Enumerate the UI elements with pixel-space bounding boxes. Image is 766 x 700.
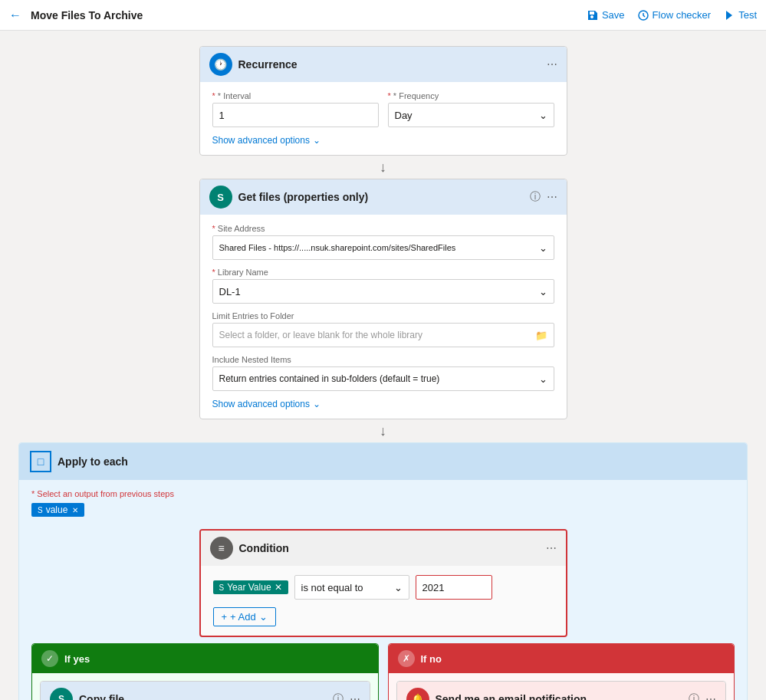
get-files-title: Get files (properties only) xyxy=(238,191,524,203)
apply-each-section: □ Apply to each * Select an output from … xyxy=(18,442,748,700)
get-files-header: S Get files (properties only) ⓘ ⋯ xyxy=(200,179,567,215)
apply-each-body: * Select an output from previous steps S… xyxy=(19,480,747,700)
get-files-body: * Site Address Shared Files - https://..… xyxy=(200,215,567,419)
year-tag-close[interactable]: ✕ xyxy=(275,582,282,593)
condition-more-button[interactable]: ⋯ xyxy=(546,542,557,554)
copy-file-icon: S xyxy=(50,688,73,700)
limit-entries-group: Limit Entries to Folder Select a folder,… xyxy=(212,311,554,347)
limit-entries-label: Limit Entries to Folder xyxy=(212,311,554,320)
year-value-tag: S Year Value ✕ xyxy=(213,580,288,594)
email-info-icon[interactable]: ⓘ xyxy=(689,692,699,700)
nested-items-row: Include Nested Items Return entries cont… xyxy=(212,355,554,391)
get-files-card: S Get files (properties only) ⓘ ⋯ * Site… xyxy=(199,179,567,419)
save-icon xyxy=(587,9,599,21)
email-title: Send me an email notification xyxy=(436,693,683,700)
get-files-info-icon[interactable]: ⓘ xyxy=(530,190,541,204)
limit-entries-placeholder: Select a folder, or leave blank for the … xyxy=(219,330,422,340)
copy-file-header: S Copy file ⓘ ⋯ xyxy=(41,682,370,700)
get-files-advanced-chevron-icon: ⌄ xyxy=(313,399,321,409)
interval-input[interactable] xyxy=(212,103,379,127)
nested-items-select[interactable]: Return entries contained in sub-folders … xyxy=(212,366,554,391)
library-value: DL-1 xyxy=(219,286,241,297)
library-label: * Library Name xyxy=(212,268,554,277)
site-address-row: * Site Address Shared Files - https://..… xyxy=(212,224,554,260)
nested-items-group: Include Nested Items Return entries cont… xyxy=(212,355,554,391)
flow-canvas: 🕐 Recurrence ⋯ * * Interval * * Frequenc… xyxy=(0,31,766,700)
operator-select[interactable]: is not equal to ⌄ xyxy=(294,575,409,600)
test-button[interactable]: Test xyxy=(723,9,757,21)
copy-file-info-icon[interactable]: ⓘ xyxy=(333,692,344,700)
apply-each-icon: □ xyxy=(30,451,51,472)
yes-icon: ✓ xyxy=(41,650,58,667)
apply-each-title: Apply to each xyxy=(58,455,128,468)
add-chevron-icon: ⌄ xyxy=(259,611,268,623)
page-title: Move Files To Archive xyxy=(31,9,580,21)
limit-entries-folder-icon: 📁 xyxy=(535,330,547,341)
frequency-label: * * Frequency xyxy=(388,91,554,100)
recurrence-body: * * Interval * * Frequency Day ⌄ Show ad… xyxy=(200,82,567,155)
get-files-show-advanced[interactable]: Show advanced options ⌄ xyxy=(212,399,554,409)
email-actions: ⓘ ⋯ xyxy=(689,692,716,700)
if-yes-branch: ✓ If yes S Copy file ⓘ ⋯ xyxy=(31,643,379,700)
nested-items-label: Include Nested Items xyxy=(212,355,554,364)
condition-body: S Year Value ✕ is not equal to ⌄ + + Add xyxy=(201,566,566,636)
recurrence-header: 🕐 Recurrence ⋯ xyxy=(200,47,567,82)
condition-icon: ≡ xyxy=(210,537,233,560)
condition-row: S Year Value ✕ is not equal to ⌄ xyxy=(213,575,554,600)
site-address-chevron-icon: ⌄ xyxy=(539,242,547,254)
add-icon: + xyxy=(222,611,228,623)
recurrence-card: 🕐 Recurrence ⋯ * * Interval * * Frequenc… xyxy=(199,46,567,156)
test-icon xyxy=(723,9,735,21)
site-address-label: * Site Address xyxy=(212,224,554,233)
if-yes-body: S Copy file ⓘ ⋯ * Current Site Address xyxy=(32,673,378,700)
interval-group: * * Interval xyxy=(212,91,379,127)
output-tags-row: S value ✕ xyxy=(31,503,735,517)
apply-each-header: □ Apply to each xyxy=(19,443,747,480)
copy-file-title: Copy file xyxy=(79,693,327,700)
connector-1: ↓ xyxy=(15,156,751,179)
frequency-group: * * Frequency Day ⌄ xyxy=(388,91,554,127)
no-icon: ✗ xyxy=(398,650,415,667)
if-no-body: 🔔 Send me an email notification ⓘ ⋯ * Su… xyxy=(389,673,735,700)
frequency-chevron-icon: ⌄ xyxy=(539,110,547,121)
recurrence-more-button[interactable]: ⋯ xyxy=(547,58,557,71)
get-files-more-button[interactable]: ⋯ xyxy=(547,191,557,203)
back-button[interactable]: ← xyxy=(9,8,21,22)
copy-file-more-button[interactable]: ⋯ xyxy=(350,693,360,700)
if-no-title: If no xyxy=(421,653,442,665)
site-address-group: * Site Address Shared Files - https://..… xyxy=(212,224,554,260)
library-chevron-icon: ⌄ xyxy=(539,286,547,297)
get-files-icon: S xyxy=(209,186,232,209)
site-address-select[interactable]: Shared Files - https://.....nsuk.sharepo… xyxy=(212,235,554,260)
connector-2: ↓ xyxy=(15,419,751,442)
frequency-select[interactable]: Day ⌄ xyxy=(388,103,554,127)
add-condition-button[interactable]: + + Add ⌄ xyxy=(213,607,276,626)
email-header: 🔔 Send me an email notification ⓘ ⋯ xyxy=(397,682,726,700)
flow-checker-button[interactable]: Flow checker xyxy=(637,9,712,21)
condition-actions: ⋯ xyxy=(546,542,557,554)
library-select[interactable]: DL-1 ⌄ xyxy=(212,279,554,304)
nested-items-chevron-icon: ⌄ xyxy=(539,373,547,385)
library-row: * Library Name DL-1 ⌄ xyxy=(212,268,554,304)
save-button[interactable]: Save xyxy=(587,9,625,21)
value-tag: S value ✕ xyxy=(31,503,84,517)
recurrence-show-advanced[interactable]: Show advanced options ⌄ xyxy=(212,135,554,146)
condition-value-input[interactable] xyxy=(416,575,492,600)
email-more-button[interactable]: ⋯ xyxy=(705,693,716,700)
operator-chevron-icon: ⌄ xyxy=(394,582,403,593)
limit-entries-select[interactable]: Select a folder, or leave blank for the … xyxy=(212,323,554,347)
recurrence-form-row: * * Interval * * Frequency Day ⌄ xyxy=(212,91,554,127)
email-notification-card: 🔔 Send me an email notification ⓘ ⋯ * Su… xyxy=(396,681,727,700)
value-tag-close[interactable]: ✕ xyxy=(72,506,78,514)
if-no-branch: ✗ If no 🔔 Send me an email notification … xyxy=(388,643,735,700)
condition-card: ≡ Condition ⋯ S Year Value ✕ is xyxy=(199,529,567,637)
limit-entries-row: Limit Entries to Folder Select a folder,… xyxy=(212,311,554,347)
tag-icon: S xyxy=(38,506,43,514)
library-group: * Library Name DL-1 ⌄ xyxy=(212,268,554,304)
nested-items-value: Return entries contained in sub-folders … xyxy=(219,373,440,384)
frequency-value: Day xyxy=(395,110,413,121)
header-actions: Save Flow checker Test xyxy=(587,9,757,21)
if-yes-title: If yes xyxy=(64,653,90,665)
copy-file-card: S Copy file ⓘ ⋯ * Current Site Address xyxy=(40,681,370,700)
copy-file-actions: ⓘ ⋯ xyxy=(333,692,360,700)
